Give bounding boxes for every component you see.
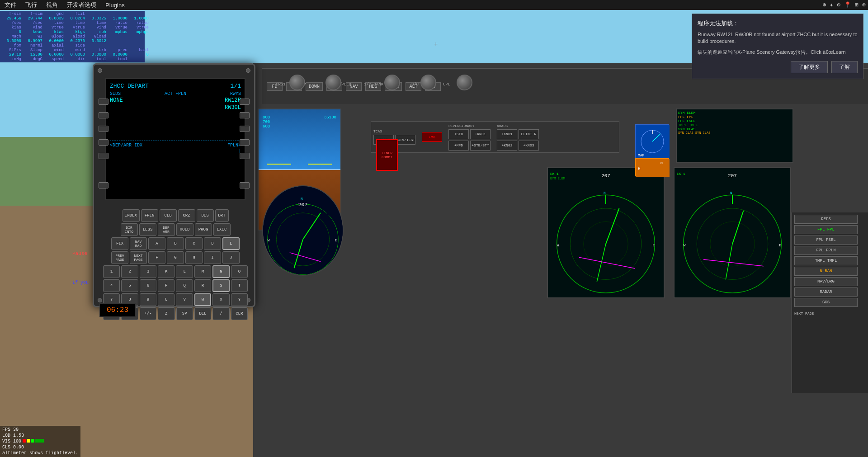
rpanel-nban[interactable]: N BAN: [794, 267, 858, 276]
rpanel-tmpl[interactable]: TMPL TMPL: [794, 256, 858, 265]
fmc-key-5[interactable]: 5: [121, 279, 138, 292]
menu-file[interactable]: 文件: [0, 1, 21, 9]
rpanel-refs[interactable]: REFS: [794, 215, 858, 224]
rsk-r5[interactable]: [240, 153, 250, 159]
fmc-key-9[interactable]: 9: [140, 293, 156, 306]
fmc-key-q[interactable]: Q: [176, 279, 193, 292]
fmc-key-t[interactable]: T: [231, 279, 248, 292]
rsk-r6[interactable]: [240, 182, 250, 188]
icon-6[interactable]: ⊕: [862, 1, 866, 9]
fmc-key-2[interactable]: 2: [121, 265, 138, 278]
fmc-key-legs[interactable]: LEGS: [139, 223, 156, 236]
fmc-key-crz[interactable]: CRZ: [178, 209, 195, 222]
fmc-key-g[interactable]: G: [167, 251, 184, 264]
fmc-key-slash[interactable]: /: [212, 307, 229, 320]
rsk-r2[interactable]: [240, 112, 250, 118]
fmc-key-k[interactable]: K: [158, 265, 175, 278]
fmc-key-e[interactable]: E: [222, 237, 240, 250]
fmc-key-l[interactable]: L: [176, 265, 193, 278]
knob-vsup[interactable]: [326, 75, 341, 90]
icon-5[interactable]: ⊞: [855, 1, 859, 9]
rev-kno-btn[interactable]: +KN01: [470, 129, 491, 139]
fmc-key-prog[interactable]: PROG: [195, 223, 212, 236]
rsk-r3[interactable]: [240, 126, 250, 132]
fmc-key-plusminus[interactable]: +/-: [140, 307, 156, 320]
fmc-key-w[interactable]: W: [194, 293, 211, 306]
fmc-key-del[interactable]: DEL: [194, 307, 211, 320]
fmc-key-exec[interactable]: EXEC: [213, 223, 231, 236]
icon-4[interactable]: 📍: [844, 1, 851, 9]
menu-plugins[interactable]: Plugins: [101, 2, 129, 9]
fmc-key-sp[interactable]: SP: [176, 307, 193, 320]
fmc-key-brt[interactable]: BRT: [215, 209, 229, 222]
lsk-l6[interactable]: [99, 182, 108, 188]
fmc-key-clb[interactable]: CLB: [160, 209, 177, 222]
fmc-key-nextpage[interactable]: NEXTPAGE: [130, 251, 147, 264]
fmc-key-p[interactable]: P: [158, 279, 175, 292]
fmc-key-m[interactable]: M: [194, 265, 211, 278]
icon-1[interactable]: ⊕: [823, 1, 826, 9]
fmc-key-j[interactable]: J: [222, 251, 240, 264]
fmc-key-n[interactable]: N: [212, 265, 229, 278]
ahars-kn02-btn[interactable]: +KN02: [497, 141, 517, 151]
fmc-key-s[interactable]: S: [212, 279, 229, 292]
tcas-red-btn[interactable]: +MG: [422, 132, 442, 142]
fmc-key-x[interactable]: X: [212, 293, 229, 306]
fmc-key-hold[interactable]: HOLD: [176, 223, 193, 236]
fmc-key-navrad[interactable]: NAVRAD: [130, 237, 147, 250]
lsk-l3[interactable]: [99, 126, 108, 132]
fmc-key-dirinto[interactable]: DIRINTO: [121, 223, 138, 236]
rpanel-fpl2[interactable]: FPL FSEL: [794, 236, 858, 245]
rpanel-gcs[interactable]: GCS: [794, 298, 858, 307]
lsk-l1[interactable]: [99, 99, 108, 105]
fmc-key-prevpage[interactable]: PREVPAGE: [111, 251, 128, 264]
ahars-kn03-btn[interactable]: +KN03: [519, 141, 539, 151]
rev-stby-btn[interactable]: +STB/STY: [470, 141, 491, 151]
fmc-key-r[interactable]: R: [194, 279, 211, 292]
alert-btn-ok[interactable]: 了解: [831, 61, 858, 73]
lsk-l4[interactable]: [99, 139, 108, 146]
fmc-key-fpln[interactable]: FPLN: [141, 209, 158, 222]
alert-btn-more[interactable]: 了解更多: [791, 61, 828, 73]
fmc-key-index[interactable]: INDEX: [123, 209, 140, 222]
fmc-key-u[interactable]: U: [158, 293, 175, 306]
ahars-elini-btn[interactable]: ELINI R: [519, 129, 539, 139]
icon-3[interactable]: ⊙: [837, 1, 841, 9]
rpanel-fpl3[interactable]: FPL FPLN: [794, 246, 858, 255]
menu-flight[interactable]: 飞行: [21, 1, 42, 9]
rev-std-btn[interactable]: +STD: [448, 129, 469, 139]
fmc-key-fix[interactable]: FIX: [111, 237, 128, 250]
knob-crs1[interactable]: [289, 75, 305, 90]
fmc-key-4[interactable]: 4: [103, 279, 120, 292]
fmc-key-3[interactable]: 3: [140, 265, 156, 278]
fmc-key-i[interactable]: I: [204, 251, 221, 264]
knob-speed[interactable]: [384, 75, 400, 90]
rpanel-fpl1[interactable]: FPL FPL: [794, 225, 858, 234]
knob-alt[interactable]: [457, 75, 472, 90]
menu-dev[interactable]: 开发者选项: [62, 1, 101, 9]
icon-2[interactable]: ✈: [830, 1, 834, 9]
fmc-key-6[interactable]: 6: [140, 279, 156, 292]
liner-commt-btn[interactable]: LINERCOMMT: [376, 139, 398, 171]
knob-hdg[interactable]: [420, 75, 436, 90]
lsk-l5[interactable]: [99, 153, 108, 159]
rsk-r4[interactable]: [240, 139, 250, 146]
fmc-key-y[interactable]: Y: [231, 293, 248, 306]
fmc-key-des[interactable]: DES: [197, 209, 214, 222]
fmc-key-o[interactable]: O: [231, 265, 248, 278]
fmc-key-h[interactable]: H: [185, 251, 203, 264]
fmc-key-c[interactable]: C: [185, 237, 203, 250]
rev-mfd-btn[interactable]: +MFD: [448, 141, 469, 151]
fmc-key-1[interactable]: 1: [103, 265, 120, 278]
rsk-r1[interactable]: [240, 99, 250, 105]
fmc-key-a[interactable]: A: [148, 237, 165, 250]
fmc-key-b[interactable]: B: [167, 237, 184, 250]
rpanel-navbrg[interactable]: NAV/BRG: [794, 277, 858, 286]
lsk-l2[interactable]: [99, 112, 108, 118]
fmc-key-f[interactable]: F: [148, 251, 165, 264]
tcas-actv-btn[interactable]: ACTV/TEST: [395, 135, 415, 145]
fmc-key-deparr[interactable]: DEPARR: [158, 223, 175, 236]
fmc-key-v[interactable]: V: [176, 293, 193, 306]
menu-view[interactable]: 视角: [42, 1, 62, 9]
fmc-key-z[interactable]: Z: [158, 307, 175, 320]
